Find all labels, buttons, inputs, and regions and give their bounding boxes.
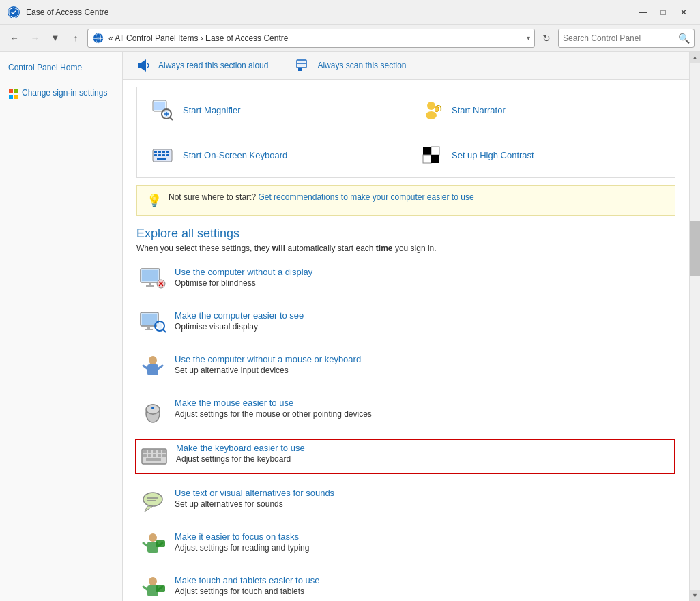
narrator-icon <box>418 96 445 123</box>
svg-point-70 <box>143 493 162 506</box>
minimize-button[interactable]: — <box>633 5 652 20</box>
touch-tablets-link[interactable]: Make touch and tablets easier to use <box>175 575 319 585</box>
keyboard2-icon <box>141 443 168 470</box>
setting-no-display: Use the computer without a display Optim… <box>136 264 675 297</box>
always-read-item[interactable]: Always read this section aloud <box>136 57 268 74</box>
svg-rect-33 <box>431 147 439 155</box>
setup-high-contrast-label: Set up High Contrast <box>452 150 534 160</box>
svg-point-50 <box>149 356 157 364</box>
svg-rect-64 <box>143 454 147 457</box>
setting-easier-to-see-content: Make the computer easier to see Optimise… <box>175 310 304 332</box>
mouse-easier-link[interactable]: Make the mouse easier to use <box>175 398 372 408</box>
explore-subtitle: When you select these settings, they wil… <box>136 244 675 253</box>
svg-marker-8 <box>141 59 146 72</box>
svg-rect-23 <box>154 151 157 153</box>
svg-rect-31 <box>157 158 166 160</box>
no-mouse-link[interactable]: Use the computer without a mouse or keyb… <box>175 354 361 364</box>
address-text: « All Control Panel Items › Ease of Acce… <box>108 33 523 43</box>
always-scan-label: Always scan this section <box>317 61 406 70</box>
easier-to-see-desc: Optimise visual display <box>175 322 304 332</box>
lightbulb-icon: 💡 <box>147 193 162 208</box>
close-button[interactable]: ✕ <box>674 5 693 20</box>
tip-box: 💡 Not sure where to start? Get recommend… <box>136 185 675 216</box>
setting-touch-tablets-content: Make touch and tablets easier to use Adj… <box>175 575 319 596</box>
setup-high-contrast-item[interactable]: Set up High Contrast <box>406 132 675 177</box>
text-visual-link[interactable]: Use text or visual alternatives for soun… <box>175 488 334 498</box>
explore-title: Explore all settings <box>136 226 675 241</box>
setting-focus-tasks-content: Make it easier to focus on tasks Adjust … <box>175 531 309 553</box>
easier-to-see-link[interactable]: Make the computer easier to see <box>175 310 304 321</box>
svg-rect-68 <box>162 454 166 457</box>
svg-rect-30 <box>166 154 169 156</box>
magnifier-icon <box>149 96 176 123</box>
setting-no-display-content: Use the computer without a display Optim… <box>175 267 312 288</box>
scroll-up-button[interactable]: ▲ <box>690 52 700 63</box>
svg-rect-37 <box>142 270 158 281</box>
up-button[interactable]: ↑ <box>67 29 85 47</box>
setting-mouse-easier-content: Make the mouse easier to use Adjust sett… <box>175 398 372 419</box>
person-touch-icon <box>139 575 166 601</box>
svg-point-74 <box>149 533 157 542</box>
svg-rect-29 <box>162 154 165 156</box>
address-dropdown[interactable]: ▾ <box>527 34 530 42</box>
forward-button: → <box>26 29 44 47</box>
nav-bar: ← → ▼ ↑ « All Control Panel Items › Ease… <box>0 25 700 52</box>
svg-rect-14 <box>154 102 165 110</box>
sidebar-item-control-panel-home[interactable]: Control Panel Home <box>0 60 122 75</box>
search-input[interactable] <box>563 33 675 43</box>
scrollbar[interactable]: ▲ ▼ <box>689 52 700 601</box>
windows-logo-icon <box>8 89 19 100</box>
setting-keyboard-easier: Make the keyboard easier to use Adjust s… <box>135 439 675 474</box>
start-magnifier-item[interactable]: Start Magnifier <box>137 87 406 132</box>
always-scan-item[interactable]: Always scan this section <box>295 57 406 74</box>
search-icon[interactable]: 🔍 <box>678 33 690 44</box>
no-mouse-desc: Set up alternative input devices <box>175 366 361 375</box>
explore-section: Explore all settings When you select the… <box>123 226 689 601</box>
no-display-desc: Optimise for blindness <box>175 278 312 288</box>
top-section: Always read this section aloud Always sc… <box>123 52 689 80</box>
title-bar-left: Ease of Access Centre <box>7 5 108 19</box>
focus-tasks-desc: Adjust settings for reading and typing <box>175 543 309 553</box>
svg-rect-83 <box>156 585 165 592</box>
svg-point-48 <box>157 323 162 329</box>
svg-rect-5 <box>9 95 13 99</box>
recent-pages-button[interactable]: ▼ <box>46 29 64 47</box>
keyboard-icon <box>149 141 176 168</box>
tip-link[interactable]: Get recommendations to make your compute… <box>258 192 473 202</box>
svg-rect-78 <box>156 540 165 547</box>
svg-point-20 <box>427 102 435 110</box>
keyboard-easier-link[interactable]: Make the keyboard easier to use <box>176 443 305 453</box>
svg-rect-12 <box>298 68 302 71</box>
scroll-thumb[interactable] <box>690 221 700 276</box>
svg-rect-63 <box>162 450 166 453</box>
svg-line-17 <box>170 117 173 120</box>
touch-tablets-desc: Adjust settings for touch and tablets <box>175 587 319 596</box>
mouse-easier-desc: Adjust settings for the mouse or other p… <box>175 409 372 419</box>
sidebar: Control Panel Home Change sign-in settin… <box>0 52 123 601</box>
scroll-down-button[interactable]: ▼ <box>690 590 700 601</box>
setting-text-visual-content: Use text or visual alternatives for soun… <box>175 488 334 509</box>
start-keyboard-label: Start On-Screen Keyboard <box>183 150 287 160</box>
svg-rect-60 <box>148 450 151 453</box>
start-keyboard-item[interactable]: Start On-Screen Keyboard <box>137 132 406 177</box>
refresh-button[interactable]: ↻ <box>538 29 555 47</box>
svg-rect-69 <box>146 458 161 461</box>
svg-rect-24 <box>158 151 161 153</box>
content-area: Always read this section aloud Always sc… <box>123 52 689 601</box>
maximize-button[interactable]: □ <box>654 5 673 20</box>
globe-icon <box>92 32 104 44</box>
svg-rect-44 <box>142 314 157 325</box>
high-contrast-icon <box>418 141 445 168</box>
svg-point-79 <box>149 577 157 585</box>
focus-tasks-link[interactable]: Make it easier to focus on tasks <box>175 531 309 542</box>
back-button[interactable]: ← <box>5 29 23 47</box>
setting-mouse-easier: Make the mouse easier to use Adjust sett… <box>136 395 675 428</box>
svg-rect-46 <box>145 329 153 330</box>
sidebar-item-change-signin[interactable]: Change sign-in settings <box>22 88 107 98</box>
magnifier-search-icon <box>139 310 166 338</box>
start-narrator-item[interactable]: Start Narrator <box>406 87 675 132</box>
svg-rect-4 <box>14 89 18 93</box>
svg-point-57 <box>151 407 154 409</box>
no-display-link[interactable]: Use the computer without a display <box>175 267 312 277</box>
svg-rect-67 <box>158 454 161 457</box>
